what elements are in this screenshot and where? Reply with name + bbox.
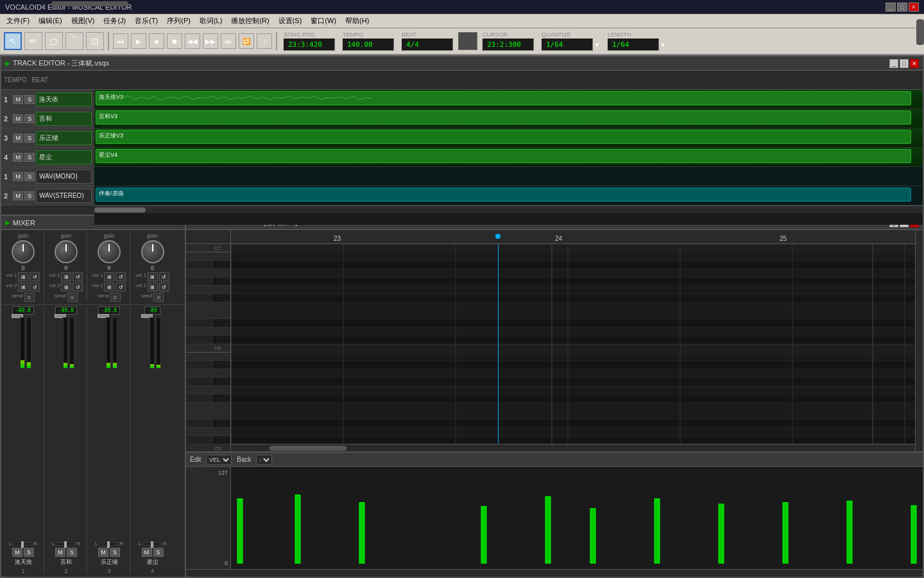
tool-select[interactable]: ⊡: [86, 32, 104, 50]
track-s-1[interactable]: S: [24, 95, 35, 104]
menu-file[interactable]: 文件(F): [3, 15, 33, 27]
vst-btn-2d[interactable]: ↺: [73, 283, 83, 292]
track-block-3[interactable]: 乐正绫V3: [96, 130, 911, 144]
piano-key-G#5[interactable]: [186, 378, 230, 386]
vst-btn-4c[interactable]: ⊞: [148, 283, 158, 292]
track-block-wav2[interactable]: 伴奏/原曲: [96, 188, 911, 202]
piano-key-C5[interactable]: C5: [186, 444, 230, 451]
piano-key-B6[interactable]: [186, 252, 230, 261]
piano-key-A#6[interactable]: [186, 261, 230, 269]
scroll-thumb-te[interactable]: [94, 207, 146, 213]
vst-btn-1b[interactable]: ↺: [30, 272, 40, 281]
transport-stop[interactable]: ■: [149, 33, 164, 49]
fader-1[interactable]: [15, 317, 19, 319]
piano-key-F#6[interactable]: [186, 294, 230, 302]
piano-key-F6[interactable]: [186, 302, 230, 311]
vst-btn-4d[interactable]: ↺: [159, 283, 169, 292]
te-minimize[interactable]: _: [889, 59, 898, 68]
menu-music[interactable]: 音乐(T): [131, 15, 162, 27]
ch-s-1[interactable]: S: [24, 548, 34, 557]
vst-btn-2b[interactable]: ↺: [73, 272, 83, 281]
vel-scrollbar-h[interactable]: [186, 569, 923, 577]
menu-help[interactable]: 帮助(H): [341, 15, 373, 27]
transport-end[interactable]: ⏭: [221, 33, 236, 49]
te-close[interactable]: ✕: [910, 59, 919, 68]
piano-key-D6[interactable]: [186, 328, 230, 336]
track-label-3[interactable]: 乐正绫: [36, 131, 92, 145]
track-block-1[interactable]: 洛天依V3: [96, 91, 911, 105]
menu-settings[interactable]: 设置(S): [275, 15, 306, 27]
ch-s-2[interactable]: S: [67, 548, 77, 557]
track-m-1[interactable]: M: [13, 95, 23, 104]
piano-key-C6[interactable]: C6: [186, 344, 230, 353]
fader-2[interactable]: [58, 317, 62, 319]
pan-slider-2[interactable]: [56, 543, 75, 545]
te-maximize[interactable]: □: [900, 59, 909, 68]
vst-btn-2a[interactable]: ⊞: [61, 272, 71, 281]
menu-task[interactable]: 任务(J): [99, 15, 130, 27]
vst-btn-1d[interactable]: ↺: [30, 283, 40, 292]
ch-s-4[interactable]: S: [153, 548, 164, 557]
pan-slider-1[interactable]: [13, 543, 32, 545]
vst-btn-4b[interactable]: ↺: [159, 272, 169, 281]
vst-btn-3b[interactable]: ↺: [116, 272, 126, 281]
send-btn-1[interactable]: ⊞: [24, 293, 35, 302]
piano-key-C#5[interactable]: [186, 436, 230, 444]
length-dropdown[interactable]: ▼: [660, 42, 666, 48]
track-s-2[interactable]: S: [24, 114, 35, 123]
vst-btn-3a[interactable]: ⊞: [104, 272, 114, 281]
track-label-w1[interactable]: WAV(MONO): [36, 170, 92, 184]
piano-key-D#5[interactable]: [186, 419, 230, 428]
vst-btn-3d[interactable]: ↺: [116, 283, 126, 292]
piano-key-E6[interactable]: [186, 311, 230, 319]
menu-seq[interactable]: 序列(P): [163, 15, 194, 27]
track-s-w2[interactable]: S: [24, 191, 35, 200]
tool-arrow[interactable]: ↖: [4, 32, 22, 50]
send-btn-4[interactable]: ⊞: [153, 293, 164, 302]
piano-key-A6[interactable]: [186, 269, 230, 277]
piano-key-G6[interactable]: [186, 286, 230, 294]
track-m-4[interactable]: M: [13, 153, 23, 162]
gain-knob-3[interactable]: [98, 240, 121, 263]
piano-key-G5[interactable]: [186, 386, 230, 394]
track-block-4[interactable]: 星尘V4: [96, 149, 911, 163]
close-button[interactable]: ✕: [909, 3, 919, 12]
gain-knob-1[interactable]: [12, 240, 35, 263]
menu-playback[interactable]: 播放控制(R): [227, 15, 273, 27]
transport-fast-forward[interactable]: ▶▶: [203, 33, 218, 49]
track-block-2[interactable]: 言和V3: [96, 110, 911, 125]
vst-btn-4a[interactable]: ⊞: [148, 272, 158, 281]
fader-3[interactable]: [101, 317, 105, 319]
menu-lyrics[interactable]: 歌词(L): [196, 15, 226, 27]
send-btn-2[interactable]: ⊞: [67, 293, 78, 302]
ch-s-3[interactable]: S: [110, 548, 120, 557]
track-s-3[interactable]: S: [24, 134, 35, 143]
transport-metronome[interactable]: ♩: [257, 33, 272, 49]
track-m-3[interactable]: M: [13, 134, 23, 143]
gain-knob-4[interactable]: [141, 240, 164, 263]
ch-m-1[interactable]: M: [12, 548, 22, 557]
piano-key-E5[interactable]: [186, 411, 230, 419]
pan-slider-4[interactable]: [142, 543, 162, 545]
me-scrollbar-h[interactable]: [231, 444, 915, 451]
send-btn-3[interactable]: ⊞: [110, 293, 121, 302]
vst-btn-2c[interactable]: ⊞: [61, 283, 71, 292]
tool-pencil[interactable]: ✏: [24, 32, 42, 50]
fader-4[interactable]: [144, 317, 148, 319]
track-scrollbar-h[interactable]: [94, 206, 923, 213]
tool-eraser[interactable]: ◻: [45, 32, 63, 50]
minimize-button[interactable]: _: [886, 3, 896, 12]
pan-slider-3[interactable]: [99, 543, 118, 545]
ch-m-3[interactable]: M: [98, 548, 108, 557]
menu-view[interactable]: 视图(V): [67, 15, 99, 27]
me-scroll-thumb[interactable]: [270, 446, 346, 451]
vst-btn-1a[interactable]: ⊞: [18, 272, 28, 281]
piano-key-G#6[interactable]: [186, 277, 230, 286]
vel-type-select[interactable]: VEL: [206, 455, 232, 465]
piano-key-D#6[interactable]: [186, 319, 230, 328]
track-m-2[interactable]: M: [13, 114, 23, 123]
tool-curve[interactable]: ⌒: [65, 32, 83, 50]
maximize-button[interactable]: □: [897, 3, 907, 12]
ch-m-4[interactable]: M: [142, 548, 152, 557]
gain-knob-2[interactable]: [55, 240, 78, 263]
